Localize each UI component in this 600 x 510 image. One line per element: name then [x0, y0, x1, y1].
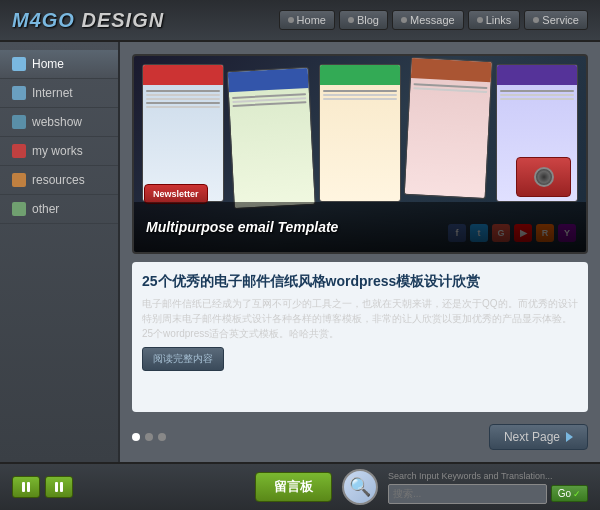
camera-image [516, 157, 571, 197]
sidebar-item-other[interactable]: other [0, 195, 118, 224]
read-more-button[interactable]: 阅读完整内容 [142, 347, 224, 371]
card-body-1 [143, 85, 223, 113]
sidebar-item-internet[interactable]: Internet [0, 79, 118, 108]
featured-overlay-text: Multipurpose email Template [146, 219, 574, 235]
newsletter-badge: Newsletter [144, 184, 208, 204]
audio-controls [12, 476, 73, 498]
sidebar: Home Internet webshow my works resources… [0, 42, 120, 462]
resources-icon [12, 173, 26, 187]
pause-button-2[interactable] [45, 476, 73, 498]
go-label: Go [558, 488, 571, 499]
search-box: Search Input Keywords and Translation...… [388, 471, 588, 504]
search-hint: Search Input Keywords and Translation... [388, 471, 588, 481]
article-section: 25个优秀的电子邮件信纸风格wordpress模板设计欣赏 电子邮件信纸已经成为… [132, 262, 588, 412]
sidebar-item-webshow[interactable]: webshow [0, 108, 118, 137]
search-row: Go ✓ [388, 484, 588, 504]
pause-bar-right [27, 482, 30, 492]
sidebar-item-home[interactable]: Home [0, 50, 118, 79]
next-page-arrow-icon [566, 432, 573, 442]
sidebar-label-myworks: my works [32, 144, 83, 158]
dot-2 [145, 433, 153, 441]
email-card-1 [142, 64, 224, 202]
next-page-button[interactable]: Next Page [489, 424, 588, 450]
featured-overlay: Multipurpose email Template [134, 202, 586, 252]
sidebar-item-myworks[interactable]: my works [0, 137, 118, 166]
footer: 留言板 🔍 Search Input Keywords and Translat… [0, 462, 600, 510]
sidebar-item-resources[interactable]: resources [0, 166, 118, 195]
logo-m4go: M4GO [12, 9, 75, 31]
article-description: 电子邮件信纸已经成为了互网不可少的工具之一，也就在天朝来讲，还是次于QQ的。而优… [142, 296, 578, 341]
card-body-2 [229, 88, 310, 112]
pause-icon-2 [55, 482, 63, 492]
dot-1 [132, 433, 140, 441]
logo-design: DESIGN [75, 9, 164, 31]
content-area: Newsletter f t G ▶ R Y Multipurpose emai… [120, 42, 600, 462]
pause-bar2-right [60, 482, 63, 492]
internet-icon [12, 86, 26, 100]
sidebar-label-other: other [32, 202, 59, 216]
sidebar-label-webshow: webshow [32, 115, 82, 129]
nav-service[interactable]: Service [524, 10, 588, 30]
webshow-icon [12, 115, 26, 129]
pagination-row: Next Page [132, 424, 588, 450]
pause-bar2-left [55, 482, 58, 492]
comment-button[interactable]: 留言板 [255, 472, 332, 502]
nav-home[interactable]: Home [279, 10, 335, 30]
sidebar-label-internet: Internet [32, 86, 73, 100]
main-area: Home Internet webshow my works resources… [0, 42, 600, 462]
article-title: 25个优秀的电子邮件信纸风格wordpress模板设计欣赏 [142, 272, 578, 292]
card-body-4 [410, 78, 491, 98]
card-body-5 [497, 85, 577, 105]
card-header-3 [320, 65, 400, 85]
sidebar-label-home: Home [32, 57, 64, 71]
myworks-icon [12, 144, 26, 158]
pause-button[interactable] [12, 476, 40, 498]
sidebar-label-resources: resources [32, 173, 85, 187]
dot-3 [158, 433, 166, 441]
featured-image: Newsletter f t G ▶ R Y Multipurpose emai… [132, 54, 588, 254]
nav-blog[interactable]: Blog [339, 10, 388, 30]
card-body-3 [320, 85, 400, 105]
email-card-2 [227, 67, 317, 209]
other-icon [12, 202, 26, 216]
pagination-dots [132, 433, 166, 441]
home-icon [12, 57, 26, 71]
header: M4GO DESIGN Home Blog Message Links Serv… [0, 0, 600, 42]
pause-icon [22, 482, 30, 492]
go-check-icon: ✓ [573, 489, 581, 499]
nav-links[interactable]: Links [468, 10, 521, 30]
search-input[interactable] [388, 484, 547, 504]
email-card-4 [404, 57, 494, 199]
card-header-5 [497, 65, 577, 85]
newsletter-label: Newsletter [153, 189, 199, 199]
card-header-1 [143, 65, 223, 85]
go-button[interactable]: Go ✓ [551, 485, 588, 502]
email-cards [142, 64, 578, 202]
pause-bar-left [22, 482, 25, 492]
email-card-3 [319, 64, 401, 202]
camera-lens [534, 167, 554, 187]
logo: M4GO DESIGN [12, 9, 279, 32]
search-avatar: 🔍 [342, 469, 378, 505]
nav-message[interactable]: Message [392, 10, 464, 30]
next-page-label: Next Page [504, 430, 560, 444]
top-nav: Home Blog Message Links Service [279, 10, 588, 30]
